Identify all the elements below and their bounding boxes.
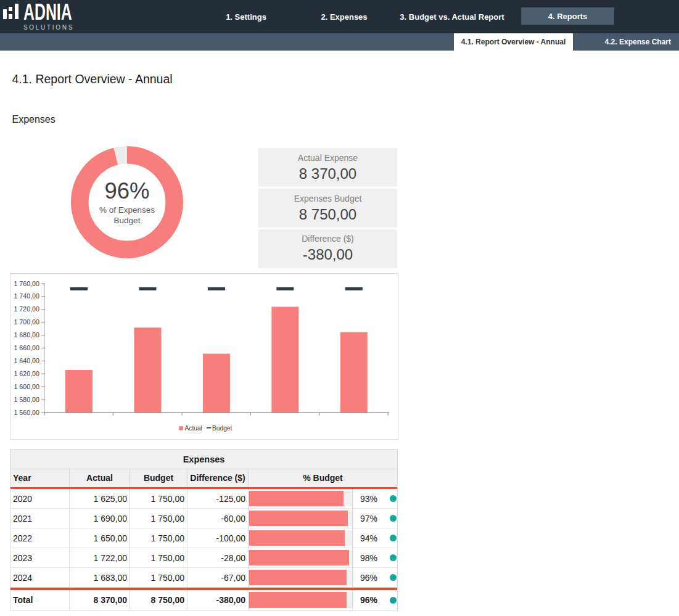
svg-text:1 760,00: 1 760,00 xyxy=(14,280,39,287)
svg-text:1 700,00: 1 700,00 xyxy=(14,318,39,326)
svg-text:1 720,00: 1 720,00 xyxy=(14,305,39,313)
svg-text:Budget: Budget xyxy=(212,425,232,432)
svg-text:1 600,00: 1 600,00 xyxy=(14,383,39,390)
svg-text:1 660,00: 1 660,00 xyxy=(14,344,39,351)
svg-text:1 640,00: 1 640,00 xyxy=(14,357,39,364)
svg-text:Actual: Actual xyxy=(185,425,202,432)
svg-text:1 580,00: 1 580,00 xyxy=(14,396,39,403)
svg-text:96%: 96% xyxy=(104,178,149,203)
svg-text:1 620,00: 1 620,00 xyxy=(14,370,39,377)
svg-text:1 740,00: 1 740,00 xyxy=(14,292,39,300)
svg-text:1 680,00: 1 680,00 xyxy=(14,331,39,339)
svg-text:1 560,00: 1 560,00 xyxy=(14,409,39,416)
